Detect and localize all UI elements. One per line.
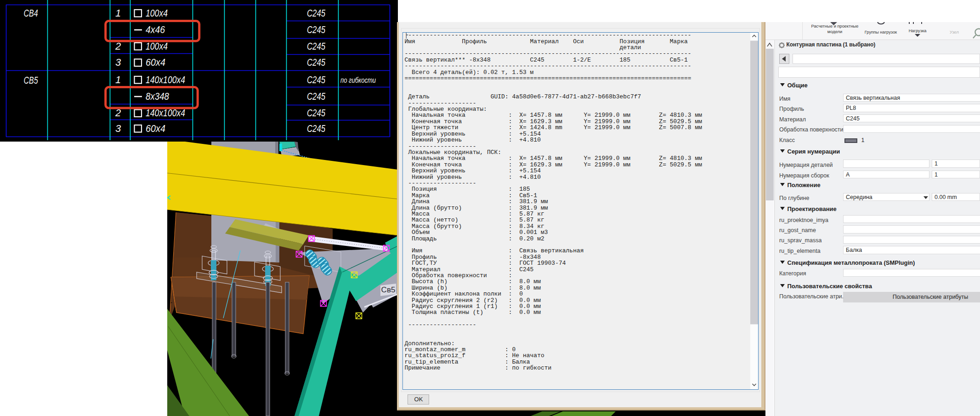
svg-text:Св5: Св5 [381,285,396,294]
svg-text:С245: С245 [307,40,326,52]
svg-text:СВ4: СВ4 [24,7,38,19]
svg-text:140x100x4: 140x100x4 [146,74,185,85]
svg-text:1: 1 [115,7,121,19]
svg-text:1: 1 [115,74,121,85]
svg-text:С245: С245 [307,91,326,102]
svg-text:С245: С245 [307,24,326,35]
svg-text:по гибкости: по гибкости [340,76,376,84]
svg-text:С245: С245 [307,57,326,68]
svg-text:60x4: 60x4 [146,123,165,134]
svg-text:8x348: 8x348 [146,91,170,102]
svg-text:С245: С245 [307,0,326,2]
svg-text:100x4: 100x4 [146,7,168,19]
svg-text:3: 3 [115,123,121,134]
svg-text:С245: С245 [307,7,326,19]
svg-text:3: 3 [115,57,121,68]
svg-text:140x4: 140x4 [146,0,165,2]
svg-text:С245: С245 [307,107,326,119]
svg-text:4x46: 4x46 [146,24,165,35]
svg-text:СВ5: СВ5 [24,74,39,86]
svg-text:С245: С245 [307,123,326,134]
svg-text:60x4: 60x4 [146,57,165,68]
svg-text:С245: С245 [307,74,326,85]
